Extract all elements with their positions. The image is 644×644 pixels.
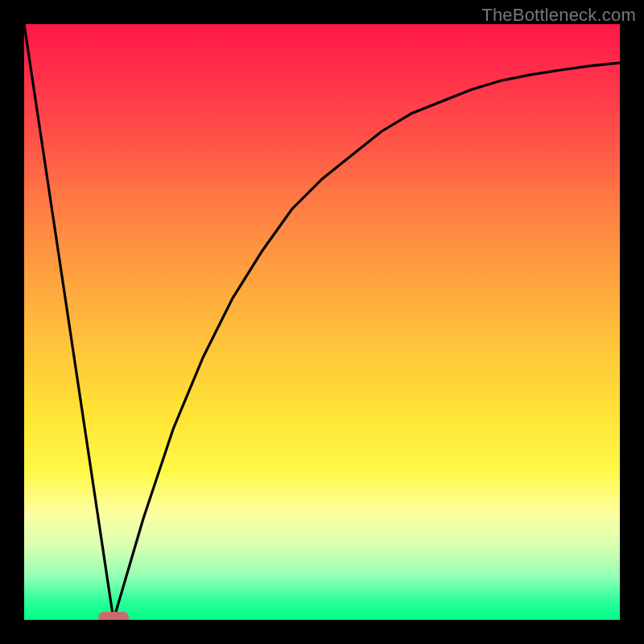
left-line-path <box>24 24 114 620</box>
right-curve-path <box>114 63 620 620</box>
optimum-marker <box>98 612 129 620</box>
curve-layer <box>24 24 620 620</box>
plot-area <box>24 24 620 620</box>
watermark-text: TheBottleneck.com <box>481 5 636 26</box>
chart-frame: TheBottleneck.com <box>0 0 644 644</box>
